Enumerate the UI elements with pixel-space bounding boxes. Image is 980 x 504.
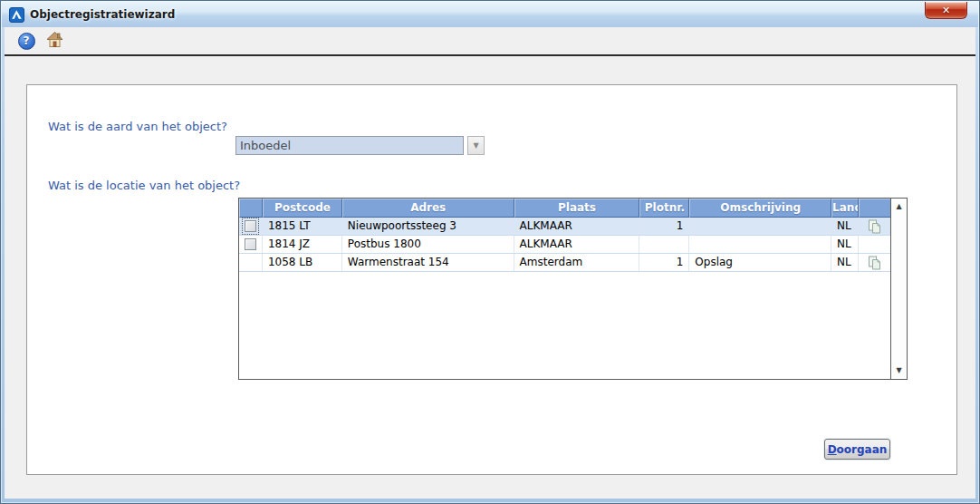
- header-omschrijving: Omschrijving: [689, 199, 831, 218]
- cell-plotnr: 1: [639, 254, 689, 271]
- table-empty-area: [239, 272, 890, 379]
- copy-icon[interactable]: [868, 219, 881, 234]
- locations-table-content: Postcode Adres Plaats Plotnr. Omschrijvi…: [239, 199, 891, 379]
- continue-button[interactable]: Doorgaan: [824, 439, 890, 460]
- cell-adres: Postbus 1800: [342, 236, 514, 253]
- window-title: Objectregistratiewizard: [30, 8, 175, 21]
- question-locatie-label: Wat is de locatie van het object?: [48, 179, 240, 192]
- cell-plotnr: 1: [639, 218, 689, 235]
- wizard-window: Objectregistratiewizard ✕ ?: [0, 0, 980, 504]
- scroll-up-icon[interactable]: ▲: [891, 200, 907, 213]
- aard-combobox[interactable]: Inboedel ▼: [235, 136, 485, 155]
- cell-plotnr: [639, 236, 689, 253]
- cell-omschrijving: [689, 218, 831, 235]
- cell-land: NL: [831, 236, 859, 253]
- table-row[interactable]: 1815 LT Nieuwpoortssteeg 3 ALKMAAR 1 NL: [239, 218, 890, 236]
- continue-button-label: Doorgaan: [825, 441, 889, 459]
- content-area: Wat is de aard van het object? Inboedel …: [5, 56, 975, 499]
- cell-omschrijving: Opslag: [689, 254, 831, 271]
- cell-adres: Warmenstraat 154: [342, 254, 514, 271]
- cell-plaats: ALKMAAR: [514, 236, 640, 253]
- copy-icon[interactable]: [868, 256, 881, 270]
- close-icon: ✕: [942, 5, 950, 15]
- cell-postcode: 1058 LB: [263, 254, 342, 271]
- aard-combobox-value: Inboedel: [235, 136, 464, 155]
- cell-land: NL: [831, 218, 859, 235]
- header-select: [239, 199, 263, 218]
- question-aard-label: Wat is de aard van het object?: [48, 120, 227, 133]
- cell-postcode: 1815 LT: [263, 218, 342, 235]
- cell-adres: Nieuwpoortssteeg 3: [342, 218, 514, 235]
- app-logo-icon: [9, 7, 24, 23]
- home-button[interactable]: [44, 31, 64, 51]
- chevron-down-icon[interactable]: ▼: [467, 136, 485, 155]
- header-actions: [859, 199, 890, 218]
- table-row[interactable]: 1814 JZ Postbus 1800 ALKMAAR NL: [239, 236, 890, 254]
- row-focus-rect: [242, 218, 259, 235]
- table-row[interactable]: 1058 LB Warmenstraat 154 Amsterdam 1 Ops…: [239, 254, 890, 272]
- home-icon: [46, 31, 63, 52]
- cell-omschrijving: [689, 236, 831, 253]
- titlebar[interactable]: Objectregistratiewizard ✕: [2, 2, 978, 27]
- toolbar: ?: [5, 27, 975, 56]
- wizard-panel: Wat is de aard van het object? Inboedel …: [26, 84, 957, 475]
- help-button[interactable]: ?: [16, 31, 36, 51]
- row-checkbox[interactable]: [245, 220, 256, 232]
- row-checkbox[interactable]: [245, 238, 256, 250]
- help-icon: ?: [18, 33, 35, 50]
- cell-postcode: 1814 JZ: [263, 236, 342, 253]
- table-scrollbar[interactable]: ▲ ▼: [891, 199, 907, 379]
- close-button[interactable]: ✕: [925, 2, 967, 19]
- cell-plaats: Amsterdam: [514, 254, 640, 271]
- header-adres: Adres: [342, 199, 514, 218]
- scroll-down-icon[interactable]: ▼: [891, 364, 907, 377]
- header-land: Land: [831, 199, 859, 218]
- header-plaats: Plaats: [514, 199, 640, 218]
- cell-land: NL: [831, 254, 859, 271]
- locations-table: Postcode Adres Plaats Plotnr. Omschrijvi…: [238, 198, 908, 380]
- app-client-area: ? Wat is de aard van het object? Inboede: [5, 27, 975, 499]
- cell-plaats: ALKMAAR: [514, 218, 640, 235]
- header-plotnr: Plotnr.: [639, 199, 689, 218]
- header-postcode: Postcode: [263, 199, 342, 218]
- table-header-row: Postcode Adres Plaats Plotnr. Omschrijvi…: [239, 199, 890, 218]
